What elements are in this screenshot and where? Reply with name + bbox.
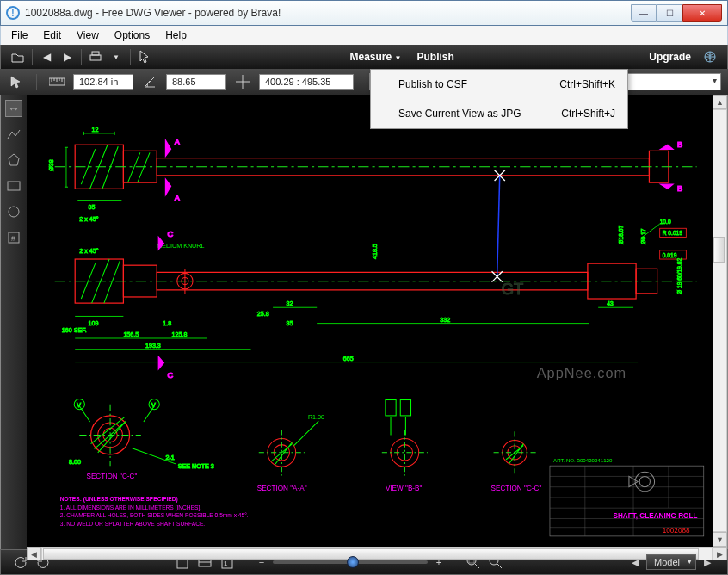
polygon-tool-icon[interactable] [5,151,22,169]
scroll-right-icon[interactable]: ▶ [713,547,727,560]
menuitem-shortcut: Ctrl+Shift+J [561,108,615,120]
publish-to-csf-item[interactable]: Publish to CSF Ctrl+Shift+K [371,70,627,99]
svg-text:35: 35 [286,320,293,327]
svg-text:SHAFT, CLEANING ROLL: SHAFT, CLEANING ROLL [614,512,698,520]
svg-text:R1.00: R1.00 [308,414,324,421]
svg-text:1: 1 [224,560,228,567]
menuitem-label: Save Current View as JPG [398,108,521,120]
close-button[interactable]: ✕ [682,4,722,22]
svg-rect-68 [386,400,396,416]
scroll-up-icon[interactable]: ▲ [713,95,727,109]
svg-text:332: 332 [440,317,450,324]
nav-forward-icon[interactable]: ▶ [59,49,76,65]
svg-text:R 0.019: R 0.019 [663,230,683,236]
svg-text:B: B [677,184,682,193]
svg-text:C: C [167,371,173,380]
svg-text:1002088: 1002088 [663,527,690,535]
maximize-button[interactable]: ☐ [657,4,682,22]
svg-text:32: 32 [286,300,293,307]
svg-text:418.5: 418.5 [372,244,379,259]
svg-text:2 x 45°: 2 x 45° [79,248,98,255]
svg-text:125.8: 125.8 [172,331,188,338]
print-dropdown-icon[interactable]: ▼ [108,49,125,65]
svg-text:25.8: 25.8 [257,311,269,318]
circle-tool-icon[interactable] [5,203,22,220]
svg-text:B: B [677,140,682,149]
scroll-down-icon[interactable]: ▼ [713,532,727,547]
svg-text:VIEW "B-B": VIEW "B-B" [386,485,423,492]
svg-text:C: C [167,230,173,238]
app-icon: ! [6,6,20,20]
menuitem-label: Publish to CSF [398,78,467,90]
globe-icon[interactable] [701,49,719,65]
svg-text:10.0: 10.0 [660,219,671,225]
open-icon[interactable] [9,49,27,65]
publish-dropdown: Publish to CSF Ctrl+Shift+K Save Current… [370,69,628,129]
save-view-jpg-item[interactable]: Save Current View as JPG Ctrl+Shift+J [371,99,627,128]
svg-text:SECTION "C-C": SECTION "C-C" [491,485,542,492]
coords-readout[interactable]: 400.29 : 495.35 [259,74,354,90]
svg-text:8.00: 8.00 [69,459,81,466]
polyline-tool-icon[interactable] [5,126,22,143]
publish-menu[interactable]: Publish [416,51,453,63]
svg-point-83 [639,476,650,486]
menu-bar: File Edit View Options Help [0,26,728,45]
measure-tool-icon[interactable]: ↔ [5,100,22,117]
svg-text:3.  NO WELD OR SPLATTER ABOVE : 3. NO WELD OR SPLATTER ABOVE SHAFT SURFA… [60,521,206,527]
minimize-button[interactable]: — [631,4,657,22]
svg-rect-1 [92,52,99,55]
menu-view[interactable]: View [70,28,106,43]
print-icon[interactable] [87,49,104,65]
main-toolbar: ◀ ▶ ▼ Measure ▼ Publish Upgrade [0,45,728,69]
zoom-knob-icon[interactable] [347,556,359,568]
nav-back-icon[interactable]: ◀ [38,49,55,65]
svg-text:ART. NO. 300420241120: ART. NO. 300420241120 [553,457,613,463]
menu-file[interactable]: File [4,28,34,43]
menu-options[interactable]: Options [108,28,157,43]
measure-menu[interactable]: Measure ▼ [350,51,402,63]
menu-help[interactable]: Help [158,28,194,43]
upgrade-button[interactable]: Upgrade [649,51,691,63]
svg-text:V: V [151,402,156,409]
titlebar: ! 1002088a.dwg - Free DWG Viewer - power… [0,0,728,26]
scroll-left-icon[interactable]: ◀ [27,547,41,560]
dimension-readout[interactable]: 102.84 in [73,74,133,90]
svg-rect-4 [8,182,20,190]
svg-text:109: 109 [89,320,99,327]
pointer-icon[interactable] [136,49,153,65]
svg-text:665: 665 [343,356,354,362]
svg-text:A: A [175,194,181,202]
layout-selector[interactable]: Model [646,554,696,570]
cursor-tool-icon[interactable] [7,73,26,90]
window-title: 1002088a.dwg - Free DWG Viewer - powered… [25,7,631,19]
svg-text:2.  CHAMFER ALL HOLES, BOTH SI: 2. CHAMFER ALL HOLES, BOTH SIDES WHEN PO… [60,512,249,518]
count-tool-icon[interactable]: # [5,229,22,246]
svg-text:1.8: 1.8 [163,320,171,327]
svg-text:GT: GT [502,280,524,298]
svg-text:2-1: 2-1 [165,454,174,461]
vertical-scrollbar[interactable]: ▲ ▼ [713,95,727,547]
svg-line-50 [497,176,500,277]
svg-text:V: V [77,402,81,409]
svg-text:1.  ALL DIMENSIONS ARE IN MILL: 1. ALL DIMENSIONS ARE IN MILLIMETERS [IN… [60,504,201,511]
svg-text:Ø18.67: Ø18.67 [618,226,624,244]
svg-text:Ø38: Ø38 [48,159,55,171]
svg-text:43: 43 [607,300,614,306]
drawing-canvas[interactable]: 12 Ø38 85 2 x 45° A A B [27,95,713,547]
svg-rect-69 [400,400,410,416]
crosshair-icon[interactable] [233,73,252,90]
svg-point-5 [9,207,19,217]
svg-text:85: 85 [89,204,96,211]
rect-tool-icon[interactable] [5,177,22,195]
ruler-icon[interactable] [47,73,66,90]
angle-icon[interactable] [140,73,159,90]
horizontal-scrollbar[interactable]: ◀ ▶ [27,547,727,560]
svg-text:193.3: 193.3 [145,343,161,349]
svg-text:A: A [175,138,181,146]
zoom-slider[interactable] [273,560,428,564]
svg-text:SECTION "A-A": SECTION "A-A" [257,485,307,492]
svg-text:SEE NOTE 3: SEE NOTE 3 [178,463,214,470]
svg-text:156.5: 156.5 [123,331,139,338]
menu-edit[interactable]: Edit [36,28,68,43]
angle-readout[interactable]: 88.65 [166,74,226,90]
